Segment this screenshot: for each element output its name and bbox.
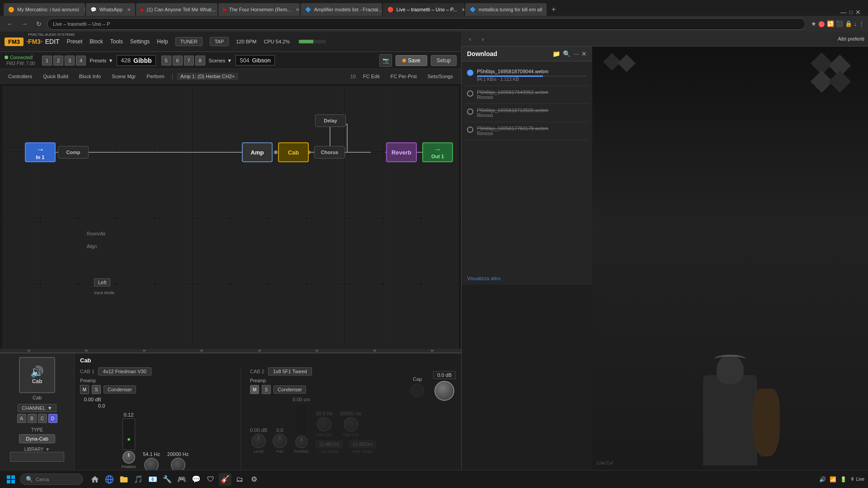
cab2-high-slope-button[interactable]: 12 dB/Oct	[349, 441, 376, 448]
tab2-close[interactable]: ✕	[127, 7, 131, 12]
tray-icon-1[interactable]: 🔊	[819, 476, 826, 483]
taskbar-search-box[interactable]: 🔍 Cerca	[20, 474, 83, 485]
scenes-dropdown[interactable]: Scenes ▼	[209, 58, 232, 63]
block-out1[interactable]: → Out 1	[422, 142, 453, 162]
menu-settings[interactable]: Settings	[130, 38, 150, 45]
folder-icon[interactable]: 📁	[552, 50, 560, 57]
maximize-button[interactable]: □	[849, 9, 853, 15]
taskbar-icon-files[interactable]	[118, 473, 130, 486]
close-dl-icon[interactable]: ✕	[581, 50, 587, 57]
taskbar-icon-chat[interactable]: 💬	[190, 473, 203, 486]
master-vol-knob[interactable]	[434, 381, 454, 401]
ext-dots[interactable]: ⋮	[859, 20, 864, 27]
type-button[interactable]: Dyna-Cab	[19, 434, 55, 443]
block-cab[interactable]: Cab	[278, 142, 309, 162]
taskbar-icon-store[interactable]: 🗂	[233, 473, 246, 486]
block-in1[interactable]: → In 1	[25, 142, 56, 162]
browser-tab-6[interactable]: 🔴 Live – trasmetti – Uno – P... ✕	[383, 3, 464, 16]
menu-preset[interactable]: Preset	[67, 38, 83, 45]
preset-num-2[interactable]: 2	[53, 56, 63, 66]
camera-button[interactable]: 📷	[379, 54, 392, 67]
tab4-close[interactable]: ✕	[296, 7, 299, 12]
bnr-forward[interactable]: ›	[477, 33, 488, 44]
taskbar-icon-guitar[interactable]: 🎸	[219, 473, 231, 486]
back-button[interactable]: ←	[4, 18, 16, 30]
start-button[interactable]	[4, 472, 18, 487]
altri-label[interactable]: Altri preferiti	[838, 36, 864, 42]
search-dl-icon[interactable]: 🔍	[563, 50, 571, 57]
preset-num-1[interactable]: 1	[42, 56, 52, 66]
taskbar-icon-browser[interactable]	[103, 473, 116, 486]
taskbar-icon-tools[interactable]: 🔧	[161, 473, 174, 486]
download-item-2[interactable]: P5h6bjs_1695817649962.webm Rimossi	[465, 86, 589, 104]
download-item-3[interactable]: P5h6bjs_1695818710509.webm Rimossi	[465, 104, 589, 122]
cab2-level-knob[interactable]	[251, 434, 266, 448]
taskbar-icon-game[interactable]: 🎮	[175, 473, 188, 486]
taskbar-icon-mail[interactable]: 📧	[146, 473, 159, 486]
download-item-4[interactable]: P5h6bjs_1695817760178.webm Rimossi	[465, 122, 589, 140]
block-delay[interactable]: Delay	[315, 114, 346, 127]
position-knob[interactable]	[123, 451, 135, 464]
position-slider[interactable]	[123, 418, 135, 450]
browser-tab-3[interactable]: ▶ (1) Can Anyone Tell Me What... ✕	[136, 3, 217, 16]
minimize-button[interactable]: —	[840, 9, 847, 16]
preset-num-4[interactable]: 4	[76, 56, 86, 66]
quick-build-button[interactable]: Quick Build	[39, 73, 72, 80]
taskbar-icon-music[interactable]: 🎵	[132, 473, 145, 486]
browser-tab-1[interactable]: 🟠 My Mercatino: i tuoi annunci ✕	[4, 3, 85, 16]
block-amp[interactable]: Amp	[242, 142, 273, 162]
tab1-close[interactable]: ✕	[84, 7, 85, 12]
tuner-button[interactable]: TUNER	[175, 37, 203, 46]
tap-button[interactable]: TAP	[210, 37, 229, 46]
left-button[interactable]: Left	[94, 278, 110, 286]
tray-icon-3[interactable]: 🔋	[840, 476, 847, 483]
cab2-high-cut-knob[interactable]	[344, 417, 358, 432]
scene-mgr-button[interactable]: Scene Mgr	[108, 73, 139, 80]
new-tab-button[interactable]: +	[547, 3, 560, 16]
address-bar[interactable]: Live – trasmetti – Uno – P	[47, 18, 806, 30]
close-button[interactable]: ✕	[855, 9, 861, 16]
setup-button[interactable]: Setup	[431, 55, 457, 66]
cab2-low-slope-button[interactable]: 12 dB/Oct	[316, 441, 342, 448]
menu-block[interactable]: Block	[90, 38, 103, 45]
cab2-position-knob[interactable]	[295, 436, 308, 448]
taskbar-icon-1[interactable]	[89, 473, 101, 486]
block-comp[interactable]: Comp	[58, 146, 89, 159]
menu-tools[interactable]: Tools	[110, 38, 123, 45]
perform-button[interactable]: Perform	[143, 73, 168, 80]
channel-b-button[interactable]: B	[28, 414, 37, 423]
library-button[interactable]	[10, 452, 64, 462]
browser-tab-2[interactable]: 💬 WhatsApp ✕	[86, 3, 135, 16]
sets-songs-button[interactable]: Sets/Songs	[424, 73, 457, 80]
fc-per-prst-button[interactable]: FC Per-Prst	[387, 73, 420, 80]
block-chorus[interactable]: Chorus	[314, 146, 345, 159]
more-dl-icon[interactable]: ···	[573, 50, 579, 57]
cab2-preset-button[interactable]: 1x8 5F1 Tweed	[268, 367, 312, 375]
presets-dropdown[interactable]: Presets ▼	[90, 58, 113, 63]
channel-a-button[interactable]: A	[17, 414, 26, 423]
bnr-back[interactable]: ‹	[465, 33, 476, 44]
preset-num-6[interactable]: 6	[173, 56, 183, 66]
channel-d-button[interactable]: D	[48, 414, 57, 423]
ext-icon-2[interactable]: ⬤	[818, 20, 825, 27]
ext-icon-1[interactable]: ★	[811, 20, 816, 27]
tray-icon-2[interactable]: 📶	[830, 476, 836, 483]
fc-edit-button[interactable]: FC Edit	[359, 73, 383, 80]
ext-icon-6[interactable]: ↓	[854, 20, 857, 27]
cap-knob[interactable]	[410, 384, 424, 397]
ext-icon-4[interactable]: ⬛	[836, 20, 843, 27]
channel-dropdown[interactable]: CHANNEL ▼	[18, 404, 56, 412]
reload-button[interactable]: ↻	[33, 18, 45, 30]
cab1-preset-button[interactable]: 4x12 Friedman V30	[98, 367, 151, 375]
tab6-close[interactable]: ✕	[462, 7, 464, 12]
block-reverb[interactable]: Reverb	[386, 142, 417, 162]
ext-icon-5[interactable]: 🔒	[845, 20, 852, 27]
browser-tab-5[interactable]: 🔷 Amplifier models list - Fractal... ✕	[301, 3, 382, 16]
taskbar-icon-settings[interactable]: ⚙	[248, 473, 260, 486]
mic2-s-button[interactable]: S	[262, 385, 271, 394]
preset-num-7[interactable]: 7	[184, 56, 194, 66]
preset-num-5[interactable]: 5	[161, 56, 171, 66]
save-button[interactable]: Save	[396, 55, 427, 66]
preset-num-3[interactable]: 3	[65, 56, 75, 66]
menu-help[interactable]: Help	[157, 38, 168, 45]
